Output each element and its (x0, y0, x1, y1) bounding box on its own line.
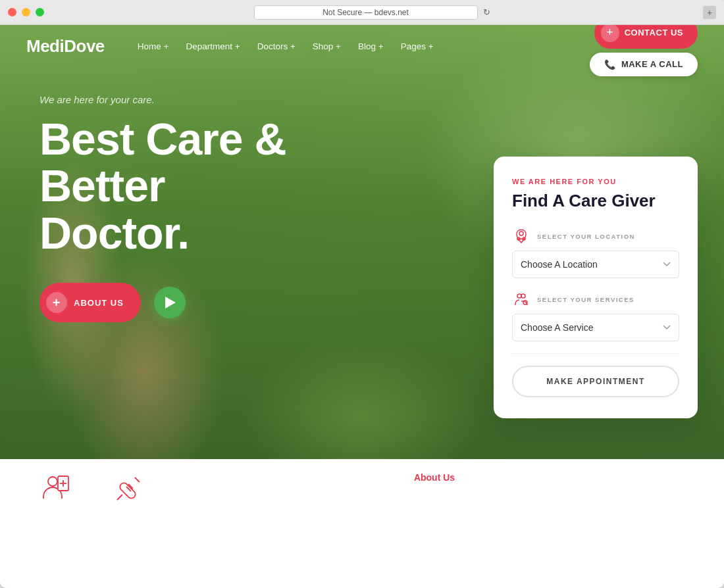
svg-line-10 (135, 478, 140, 482)
about-us-button[interactable]: + ABOUT US (39, 283, 141, 322)
contact-us-button[interactable]: + CONTACT US (594, 25, 698, 49)
nav-item-pages[interactable]: Pages + (394, 36, 440, 57)
care-card-title: Find A Care Giver (512, 191, 679, 211)
navbar: MediDove Home + Department + Doctors + S… (0, 25, 724, 68)
service-form-group: SELECT YOUR SERVICES Choose A Service (512, 290, 679, 341)
hero-title-line2: Better Doctor. (39, 160, 189, 257)
traffic-lights (8, 8, 44, 16)
bottom-syringe-icon-group (112, 472, 145, 505)
contact-us-label: CONTACT US (625, 28, 683, 37)
appointment-button[interactable]: MAKE APPOINTMENT (512, 366, 679, 397)
location-header: SELECT YOUR LOCATION (512, 227, 679, 245)
about-plus-icon: + (46, 292, 67, 313)
make-call-label: MAKE A CALL (621, 59, 683, 69)
play-icon (165, 297, 176, 308)
nav-item-home[interactable]: Home + (131, 36, 176, 57)
nav-item-department[interactable]: Department + (179, 36, 246, 57)
location-form-group: SELECT YOUR LOCATION Choose A Location (512, 227, 679, 278)
svg-rect-11 (118, 481, 137, 500)
play-button[interactable] (154, 287, 186, 318)
new-tab-button[interactable]: + (703, 6, 716, 19)
fullscreen-button[interactable] (36, 8, 44, 16)
about-us-label: ABOUT US (74, 298, 124, 308)
hero-tagline: We are here for your care. (39, 94, 316, 105)
hero-title-line1: Best Care & (39, 114, 286, 164)
title-bar: Not Secure — bdevs.net ↻ + (0, 0, 724, 25)
hero-buttons: + ABOUT US (39, 283, 316, 322)
window-chrome: Not Secure — bdevs.net ↻ + MediDove Home… (0, 0, 724, 588)
svg-line-12 (117, 495, 122, 500)
care-card-subtitle: WE ARE HERE FOR YOU (512, 178, 679, 185)
care-finder-card: WE ARE HERE FOR YOU Find A Care Giver (494, 157, 698, 418)
make-call-button[interactable]: 📞 MAKE A CALL (590, 53, 698, 76)
service-header: SELECT YOUR SERVICES (512, 290, 679, 308)
about-us-section-label: About Us (414, 472, 455, 483)
hero-section: MediDove Home + Department + Doctors + S… (0, 25, 724, 459)
nav-item-doctors[interactable]: Doctors + (251, 36, 302, 57)
service-icon (512, 290, 530, 308)
svg-point-3 (517, 294, 521, 298)
plus-icon: + (601, 25, 619, 42)
svg-point-6 (48, 477, 57, 486)
minimize-button[interactable] (22, 8, 30, 16)
svg-point-4 (521, 294, 525, 298)
site-logo[interactable]: MediDove (26, 36, 105, 57)
about-us-section: About Us (184, 472, 685, 483)
service-label: SELECT YOUR SERVICES (537, 296, 634, 303)
syringe-icon (112, 472, 145, 505)
bottom-section: About Us (0, 459, 724, 588)
nav-item-blog[interactable]: Blog + (351, 36, 390, 57)
url-bar: Not Secure — bdevs.net ↻ (44, 5, 703, 20)
refresh-icon[interactable]: ↻ (483, 7, 494, 18)
hero-title: Best Care & Better Doctor. (39, 116, 316, 257)
location-label: SELECT YOUR LOCATION (537, 233, 635, 240)
people-icon (39, 472, 72, 505)
nav-links: Home + Department + Doctors + Shop + Blo… (131, 36, 590, 57)
svg-point-0 (519, 232, 523, 235)
phone-icon: 📞 (604, 59, 616, 70)
nav-actions: + CONTACT US 📞 MAKE A CALL (590, 25, 698, 76)
service-select[interactable]: Choose A Service (512, 314, 679, 341)
close-button[interactable] (8, 8, 16, 16)
bottom-people-icon-group (39, 472, 72, 505)
address-bar[interactable]: Not Secure — bdevs.net (254, 5, 478, 20)
card-divider (512, 353, 679, 354)
hero-content: We are here for your care. Best Care & B… (0, 68, 342, 322)
website-content: MediDove Home + Department + Doctors + S… (0, 25, 724, 588)
nav-item-shop[interactable]: Shop + (306, 36, 348, 57)
location-icon (512, 227, 530, 245)
location-select[interactable]: Choose A Location (512, 251, 679, 278)
